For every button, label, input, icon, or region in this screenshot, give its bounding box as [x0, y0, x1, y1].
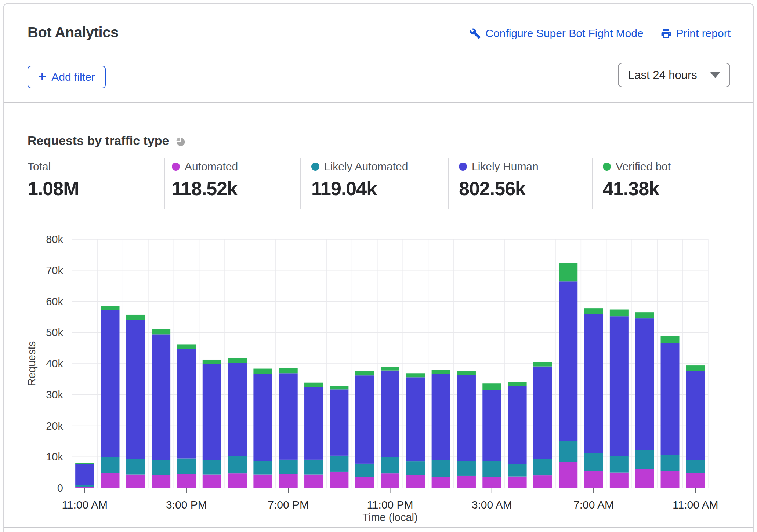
bar-3-00-pm[interactable] [177, 344, 196, 488]
bar-segment-likely-automated [228, 456, 247, 473]
bar-8-00-pm[interactable] [304, 383, 323, 488]
bar-segment-verified-bot [686, 365, 705, 371]
bar-1-00-am[interactable] [432, 370, 450, 488]
bar-segment-verified-bot [75, 463, 94, 464]
bar-segment-likely-automated [432, 460, 450, 477]
bar-segment-likely-human [686, 371, 705, 460]
bar-10-00-pm[interactable] [355, 371, 374, 488]
bar-12-00-pm[interactable] [101, 306, 119, 488]
stat-verified-bot-value: 41.38k [603, 178, 671, 200]
bar-5-00-am[interactable] [533, 362, 552, 488]
bar-segment-verified-bot [152, 329, 170, 334]
bar-1-00-pm[interactable] [126, 315, 145, 488]
stat-likely-automated[interactable]: Likely Automated 119.04k [311, 161, 408, 200]
stat-likely-human[interactable]: Likely Human 802.56k [459, 161, 539, 200]
pie-chart-icon [175, 136, 186, 147]
likely-automated-legend-dot [311, 163, 319, 171]
bar-11-00-am[interactable] [75, 463, 94, 488]
bar-segment-likely-human [406, 377, 425, 461]
stat-divider [448, 158, 449, 209]
stat-likely-human-label: Likely Human [472, 160, 539, 173]
bar-11-00-pm[interactable] [381, 367, 399, 488]
likely-human-legend-dot [459, 163, 467, 171]
bar-segment-likely-human [457, 375, 476, 461]
stat-likely-human-value: 802.56k [459, 178, 539, 200]
bar-11-00-am[interactable] [686, 365, 705, 488]
stat-likely-automated-value: 119.04k [311, 178, 408, 200]
x-axis-tick-label: 3:00 AM [472, 499, 512, 511]
bar-segment-likely-automated [508, 464, 527, 477]
y-axis-tick-label: 60k [46, 296, 63, 307]
x-axis-tick-label: 11:00 AM [673, 499, 718, 511]
bar-segment-likely-automated [533, 459, 552, 475]
bar-segment-automated [406, 475, 425, 488]
bar-segment-verified-bot [355, 371, 374, 375]
bar-segment-likely-human [152, 334, 170, 460]
bar-segment-verified-bot [457, 371, 476, 375]
bar-segment-verified-bot [584, 308, 603, 314]
bar-segment-verified-bot [635, 312, 654, 318]
bar-segment-automated [330, 472, 348, 488]
bar-segment-automated [177, 474, 196, 488]
bar-segment-automated [559, 462, 577, 488]
bar-9-00-pm[interactable] [330, 386, 348, 488]
bar-2-00-pm[interactable] [152, 329, 170, 488]
bar-segment-verified-bot [253, 369, 272, 374]
bar-segment-likely-human [610, 316, 629, 456]
bar-5-00-pm[interactable] [228, 358, 247, 488]
stat-automated-value: 118.52k [172, 178, 238, 200]
bar-segment-automated [482, 477, 501, 488]
bar-8-00-am[interactable] [610, 310, 629, 488]
bar-segment-likely-human [177, 349, 196, 458]
stat-total-label: Total [28, 160, 51, 173]
bar-segment-likely-human [661, 343, 680, 455]
bar-segment-verified-bot [228, 358, 247, 363]
bar-segment-automated [457, 476, 476, 488]
stat-automated-label: Automated [185, 160, 238, 173]
bar-12-00-am[interactable] [406, 373, 425, 488]
stat-likely-automated-label: Likely Automated [324, 160, 408, 173]
configure-super-bot-fight-mode-link[interactable]: Configure Super Bot Fight Mode [470, 27, 643, 40]
bar-segment-verified-bot [482, 383, 501, 390]
y-axis-tick-label: 30k [46, 389, 63, 401]
bar-segment-likely-human [508, 386, 527, 464]
bar-segment-likely-automated [635, 450, 654, 469]
bar-segment-automated [228, 473, 247, 488]
stat-divider [164, 158, 165, 209]
time-range-dropdown[interactable]: Last 24 hours [618, 63, 730, 87]
bar-segment-likely-automated [457, 461, 476, 476]
bar-segment-verified-bot [559, 263, 577, 281]
bar-segment-verified-bot [330, 386, 348, 389]
bar-segment-likely-human [279, 373, 298, 460]
bar-7-00-am[interactable] [584, 308, 603, 488]
bar-segment-verified-bot [508, 382, 527, 386]
section-title: Requests by traffic type [28, 134, 186, 148]
bar-segment-likely-human [330, 389, 348, 456]
bar-9-00-am[interactable] [635, 312, 654, 488]
bar-segment-verified-bot [406, 373, 425, 377]
bar-2-00-am[interactable] [457, 371, 476, 488]
bar-10-00-am[interactable] [661, 336, 680, 488]
bar-segment-likely-automated [177, 458, 196, 474]
header-actions: Configure Super Bot Fight Mode Print rep… [470, 27, 731, 40]
bar-segment-likely-automated [203, 460, 221, 475]
x-axis-tick-label: 11:00 PM [367, 499, 413, 511]
x-axis-tick-label: 7:00 AM [573, 499, 614, 511]
bar-4-00-am[interactable] [508, 382, 527, 488]
x-axis-title: Time (local) [362, 511, 417, 523]
bar-segment-automated [381, 473, 399, 488]
x-axis-tick-label: 11:00 AM [62, 499, 108, 511]
bar-segment-verified-bot [101, 306, 119, 310]
bar-7-00-pm[interactable] [279, 368, 298, 488]
bar-3-00-am[interactable] [482, 383, 501, 488]
print-report-link[interactable]: Print report [660, 27, 731, 40]
bar-6-00-am[interactable] [559, 263, 577, 488]
stat-divider [300, 158, 301, 209]
bar-4-00-pm[interactable] [203, 360, 221, 488]
add-filter-button[interactable]: + Add filter [28, 66, 106, 88]
bar-6-00-pm[interactable] [253, 369, 272, 488]
bar-segment-automated [101, 473, 119, 488]
bar-segment-likely-automated [686, 460, 705, 473]
stat-verified-bot[interactable]: Verified bot 41.38k [603, 161, 671, 200]
stat-automated[interactable]: Automated 118.52k [172, 161, 238, 200]
